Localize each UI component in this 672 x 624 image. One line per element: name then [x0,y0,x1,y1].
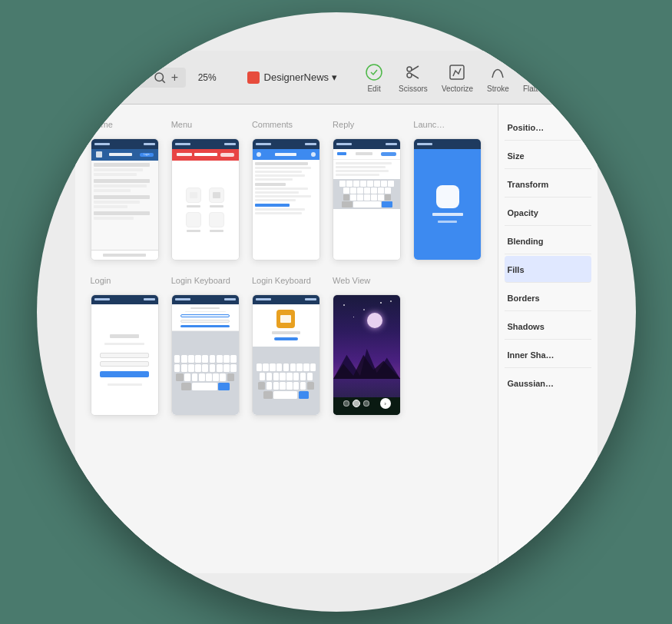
section-title-reply: Reply [333,120,401,129]
search-icon[interactable] [153,71,167,85]
union-icon [561,61,582,83]
screen-login-keyboard2[interactable] [252,294,320,417]
scissors-tool[interactable]: Scissors [399,61,428,93]
panel-blending-label: Blending [508,237,544,246]
stroke-tool[interactable]: Stroke [487,61,509,93]
svg-line-6 [412,75,419,79]
panel-gaussian-label: Gaussian… [508,379,554,388]
panel-section-gaussian[interactable]: Gaussian… [505,370,591,396]
panel-section-position[interactable]: Positio… [505,114,591,141]
screen-empty [413,294,482,417]
panel-section-blending[interactable]: Blending [505,227,591,254]
app-window: Colors − + 25% DesignerNews ▾ [37,12,636,612]
section-title-empty [413,276,482,285]
app-title: DesignerNews ▾ [247,71,337,84]
colors-tool[interactable]: Colors [91,55,126,101]
scroll-indicator [590,112,594,135]
screen-comments[interactable] [252,138,320,261]
vectorize-icon [446,61,468,83]
section-title-login-keyboard1: Login Keyboard [171,276,240,285]
panel-transform-label: Transform [508,180,549,189]
edit-icon [363,61,385,83]
toolbar-center: DesignerNews ▾ [228,71,356,84]
toolbar-right: Edit Scissors [363,61,581,93]
svg-point-4 [407,73,412,78]
svg-point-2 [366,65,382,80]
canvas-area[interactable]: Home Menu Comments Reply Launc… [75,105,498,573]
screen-login[interactable] [91,294,159,417]
union-tool[interactable]: Union [561,61,582,93]
screens-row1: Login [91,138,482,261]
edit-label: Edit [367,85,380,93]
panel-section-inner-shadow[interactable]: Inner Sha… [505,341,591,368]
union-label: Union [561,85,581,93]
right-panel: Positio… Size Transform Opacity Blending… [498,105,598,573]
panel-section-transform[interactable]: Transform [505,171,591,197]
flatten-icon [524,61,545,83]
screen-menu[interactable] [171,138,240,261]
section-title-webview: Web View [333,276,401,285]
main-content: Home Menu Comments Reply Launc… [75,105,598,573]
app-icon [247,71,260,84]
panel-inner-shadow-label: Inner Sha… [508,350,554,360]
section-title-menu: Menu [171,120,240,129]
section-title-login-keyboard2: Login Keyboard [252,276,320,285]
scissors-icon [402,61,424,83]
screen-webview[interactable]: › [333,294,401,417]
section-title-launch: Launc… [413,120,482,129]
zoom-minus-button[interactable]: − [141,71,148,85]
svg-line-5 [412,66,419,71]
section-title-login: Login [91,276,159,285]
panel-shadows-label: Shadows [508,322,545,331]
panel-size-label: Size [508,151,525,161]
screen-login-keyboard1[interactable] [171,294,240,417]
section-title-home: Home [91,120,159,129]
zoom-controls: − + [134,68,187,88]
panel-opacity-label: Opacity [508,208,538,217]
section-title-comments: Comments [252,120,320,129]
scissors-label: Scissors [399,85,428,93]
svg-point-3 [407,67,412,71]
flatten-label: Flatten [523,85,547,93]
toolbar: Colors − + 25% DesignerNews ▾ [75,51,598,105]
svg-line-1 [162,80,164,82]
panel-section-fills[interactable]: Fills [505,256,591,283]
stroke-label: Stroke [487,85,509,93]
screen-reply[interactable] [333,138,401,261]
screen-home[interactable]: Login [91,138,159,261]
panel-section-borders[interactable]: Borders [505,284,591,311]
panel-section-size[interactable]: Size [505,142,591,169]
screens-row2: › [91,294,482,417]
screen-launch[interactable] [413,138,482,261]
panel-position-label: Positio… [508,123,545,132]
vectorize-tool[interactable]: Vectorize [442,61,473,93]
vectorize-label: Vectorize [442,85,473,93]
zoom-plus-button[interactable]: + [171,71,178,85]
svg-rect-11 [568,65,578,75]
zoom-value: 25% [194,72,220,83]
panel-borders-label: Borders [508,294,540,303]
color-wheel-icon [91,55,126,90]
panel-section-opacity[interactable]: Opacity [505,199,591,226]
svg-point-0 [155,73,164,81]
panel-section-shadows[interactable]: Shadows [505,313,591,340]
colors-label: Colors [96,91,121,101]
edit-tool[interactable]: Edit [363,61,385,93]
panel-fills-label: Fills [508,265,525,274]
stroke-icon [487,61,508,83]
app-title-text[interactable]: DesignerNews ▾ [264,71,337,83]
flatten-tool[interactable]: Flatten [523,61,547,93]
